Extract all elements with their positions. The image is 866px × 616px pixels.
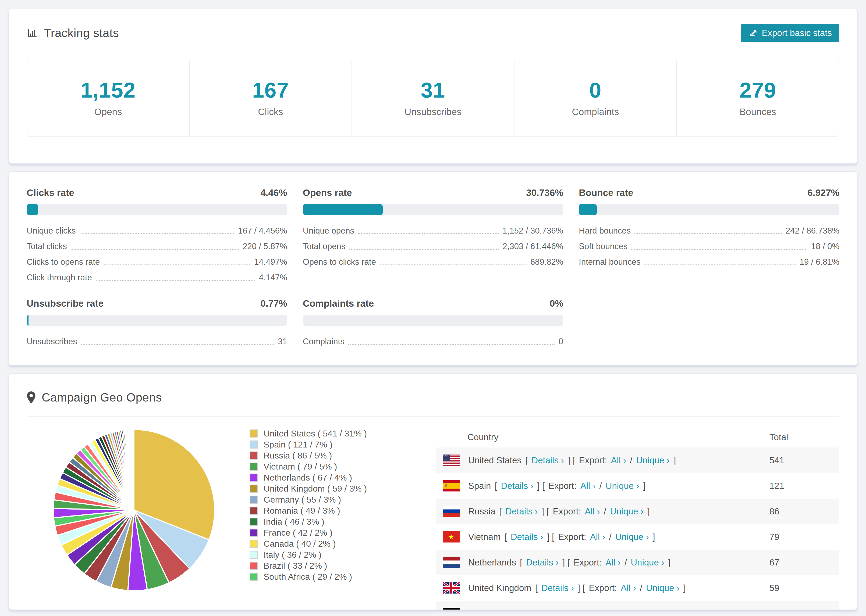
bar-chart-icon <box>27 27 38 39</box>
summary-stat: 1,152Opens <box>27 61 189 136</box>
rate-value: 30.736% <box>526 187 563 198</box>
export-unique-link[interactable]: Unique › <box>636 455 670 465</box>
legend-item: Romania ( 49 / 3% ) <box>250 506 423 515</box>
country-cell: United States [Details ›] [Export: All ›… <box>443 454 770 466</box>
export-label: Export: <box>558 532 586 542</box>
legend-color-chip <box>250 507 258 515</box>
slash: / <box>613 608 616 610</box>
rate-row-value: 689.82% <box>531 257 563 270</box>
export-all-link[interactable]: All › <box>580 481 596 491</box>
summary-label: Opens <box>27 107 189 117</box>
rate-row: Clicks to opens rate14.497% <box>27 254 287 270</box>
export-unique-link[interactable]: Unique › <box>619 608 653 610</box>
legend-color-chip <box>250 562 258 570</box>
country-name: United States <box>468 455 521 465</box>
export-label: Export: <box>574 558 602 567</box>
legend-item: India ( 46 / 3% ) <box>250 517 423 526</box>
rate-rows: Unsubscribes31 <box>27 333 287 349</box>
country-name: Russia <box>468 506 495 517</box>
progress-bar-track <box>579 204 839 215</box>
rate-rows: Unique opens1,152 / 30.736%Total opens2,… <box>303 223 564 270</box>
export-all-link[interactable]: All › <box>605 558 621 567</box>
legend-item: Canada ( 40 / 2% ) <box>250 539 423 548</box>
geo-table-header: CountryTotal <box>436 427 839 448</box>
export-unique-link[interactable]: Unique › <box>610 506 644 517</box>
details-link[interactable]: Details › <box>531 455 564 465</box>
slash: / <box>640 583 642 593</box>
geo-pie-chart <box>50 427 217 594</box>
country-name: Germany <box>468 608 505 610</box>
country-cell: Germany [Details ›] [Export: All › / Uni… <box>443 608 770 610</box>
details-link[interactable]: Details › <box>515 608 547 610</box>
rate-row-value: 242 / 86.738% <box>786 226 839 238</box>
export-unique-link[interactable]: Unique › <box>631 558 664 567</box>
rate-row: Total clicks220 / 5.87% <box>27 238 287 254</box>
total-cell: 121 <box>770 481 834 491</box>
bracket: ] <box>652 532 655 542</box>
rate-block: Opens rate30.736%Unique opens1,152 / 30.… <box>303 187 564 285</box>
export-all-link[interactable]: All › <box>590 532 605 542</box>
legend-item: Italy ( 36 / 2% ) <box>250 550 423 559</box>
pie-chart-svg <box>50 427 217 593</box>
progress-bar-fill <box>579 204 597 215</box>
summary-stat: 31Unsubscribes <box>351 61 514 136</box>
export-basic-stats-button[interactable]: Export basic stats <box>741 24 839 42</box>
export-label: Export: <box>579 455 607 465</box>
dotted-leader <box>81 344 274 345</box>
export-all-link[interactable]: All › <box>621 583 636 593</box>
flag-vn-icon <box>443 531 460 543</box>
details-link[interactable]: Details › <box>511 532 543 542</box>
bracket: ] [ <box>547 532 554 542</box>
rate-row: Hard bounces242 / 86.738% <box>579 223 839 238</box>
bracket: ] <box>668 558 671 567</box>
table-row: Russia [Details ›] [Export: All › / Uniq… <box>436 498 839 524</box>
bracket: [ <box>509 608 511 610</box>
column-header-country: Country <box>443 432 770 442</box>
export-all-link[interactable]: All › <box>594 608 609 610</box>
legend-item: Spain ( 121 / 7% ) <box>250 440 423 449</box>
legend-item: Brazil ( 33 / 2% ) <box>250 561 423 570</box>
summary-value: 279 <box>677 78 839 103</box>
legend-item: United Kingdom ( 59 / 3% ) <box>250 484 423 493</box>
slash: / <box>604 506 606 517</box>
rate-title: Clicks rate <box>27 187 74 198</box>
total-cell: 55 <box>770 608 834 610</box>
rate-title: Opens rate <box>303 187 352 198</box>
column-header-total: Total <box>770 432 834 442</box>
export-label: Export: <box>562 608 590 610</box>
details-link[interactable]: Details › <box>526 558 559 567</box>
details-link[interactable]: Details › <box>542 583 574 593</box>
flag-gb-icon <box>443 582 460 594</box>
export-unique-link[interactable]: Unique › <box>615 532 649 542</box>
campaign-geo-opens-card: Campaign Geo Opens United States ( 541 /… <box>9 373 857 610</box>
summary-value: 0 <box>515 78 676 103</box>
rate-row-value: 220 / 5.87% <box>242 242 287 254</box>
export-all-link[interactable]: All › <box>585 506 600 517</box>
page-title: Tracking stats <box>44 26 119 40</box>
rate-row: Unique clicks167 / 4.456% <box>27 223 287 238</box>
details-link[interactable]: Details › <box>501 481 534 491</box>
progress-bar-fill <box>27 204 38 215</box>
rate-row-label: Soft bounces <box>579 242 627 254</box>
rate-row: Total opens2,303 / 61.446% <box>303 238 564 254</box>
legend-item: South Africa ( 29 / 2% ) <box>250 572 423 581</box>
country-cell: Vietnam [Details ›] [Export: All › / Uni… <box>443 531 770 543</box>
export-unique-link[interactable]: Unique › <box>646 583 680 593</box>
legend-color-chip <box>250 540 258 548</box>
export-unique-link[interactable]: Unique › <box>606 481 639 491</box>
rate-value: 0% <box>550 298 564 309</box>
legend-item: Vietnam ( 79 / 5% ) <box>250 462 423 471</box>
rate-row: Unique opens1,152 / 30.736% <box>303 223 564 238</box>
summary-stat: 0Complaints <box>514 61 676 136</box>
legend-label: Spain ( 121 / 7% ) <box>264 440 332 449</box>
details-link[interactable]: Details › <box>505 506 538 517</box>
summary-label: Complaints <box>515 107 676 117</box>
export-label: Export: <box>553 506 581 517</box>
summary-label: Bounces <box>677 107 839 117</box>
export-label: Export: <box>589 583 617 593</box>
dotted-leader <box>71 249 239 250</box>
export-all-link[interactable]: All › <box>611 455 626 465</box>
progress-bar-fill <box>27 315 28 326</box>
rate-row-value: 4.147% <box>259 273 287 285</box>
rate-row-value: 19 / 6.81% <box>800 257 839 270</box>
